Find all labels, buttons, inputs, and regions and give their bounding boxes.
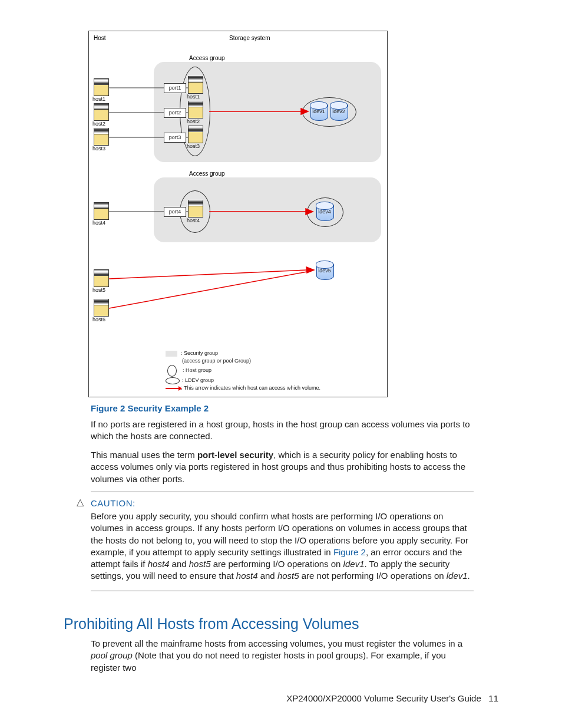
paragraph-pool-group: To prevent all the mainframe hosts from … — [91, 638, 474, 674]
ldev-icon: ldev1 — [310, 102, 327, 120]
term-pool-group: pool group — [91, 650, 133, 660]
page-footer: XP24000/XP20000 Volume Security User's G… — [286, 693, 498, 703]
ldev-icon: ldev4 — [316, 202, 333, 220]
svg-marker-13 — [306, 267, 314, 273]
svg-marker-11 — [306, 209, 313, 215]
diagram-legend: : Security group (access group or pool G… — [166, 350, 320, 392]
host-icon: host2 — [94, 103, 108, 120]
term-port-level-security: port-level security — [197, 450, 273, 460]
port-box: port2 — [164, 108, 186, 118]
host-icon: host1 — [188, 76, 202, 93]
diagram-wires — [89, 31, 387, 397]
host-icon: host6 — [94, 299, 108, 315]
ldev-icon: ldev2 — [330, 102, 347, 120]
host-icon: host2 — [188, 101, 202, 117]
host-icon: host3 — [188, 126, 202, 142]
caution-icon: △ — [77, 496, 84, 508]
host-icon: host4 — [94, 202, 108, 219]
security-diagram: Host Storage system Access group Access … — [88, 31, 388, 397]
port-box: port4 — [164, 207, 186, 217]
port-box: port3 — [164, 133, 186, 143]
section-heading-prohibiting: Prohibiting All Hosts from Accessing Vol… — [64, 615, 359, 633]
svg-marker-9 — [301, 108, 308, 114]
host-icon: host5 — [94, 269, 108, 286]
host-icon: host4 — [188, 200, 202, 216]
paragraph-port-level-security: This manual uses the term port-level sec… — [91, 449, 474, 485]
ldev-icon: ldev5 — [316, 261, 333, 279]
paragraph-host-group: If no ports are registered in a host gro… — [91, 419, 474, 443]
footer-page-number: 11 — [488, 693, 498, 703]
footer-title: XP24000/XP20000 Volume Security User's G… — [286, 693, 481, 703]
figure-2-link[interactable]: Figure 2 — [333, 547, 366, 557]
host-icon: host3 — [94, 128, 108, 144]
caution-label: CAUTION: — [91, 498, 474, 508]
host-icon: host1 — [94, 78, 108, 95]
figure-caption: Figure 2 Security Example 2 — [91, 403, 209, 413]
caution-text: Before you apply security, you should co… — [91, 510, 474, 582]
port-box: port1 — [164, 83, 186, 93]
caution-box: CAUTION: Before you apply security, you … — [91, 492, 474, 591]
